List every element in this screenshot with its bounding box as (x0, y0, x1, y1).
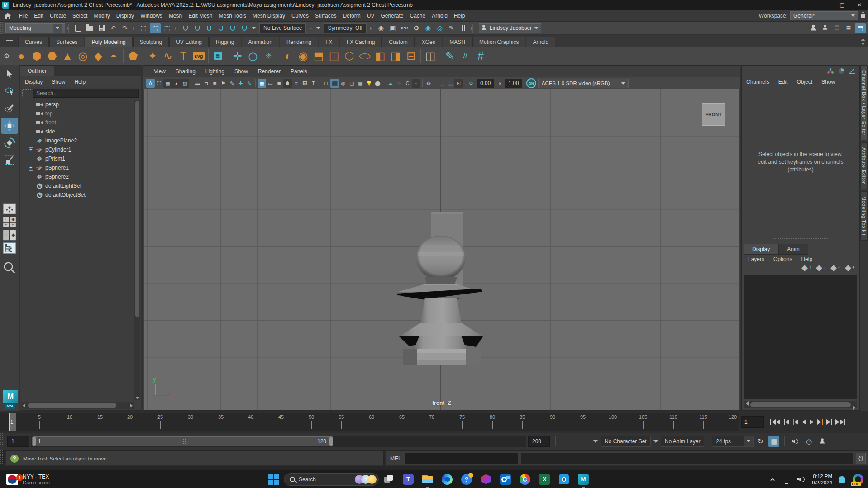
select-hierarchy-button[interactable]: ⬚ (138, 23, 149, 33)
shelf-tab[interactable]: FX (319, 37, 339, 47)
grid-toggle-icon[interactable]: ▦ (258, 79, 266, 88)
menu-item[interactable]: Deform (339, 10, 363, 22)
play-backwards-button[interactable] (802, 418, 806, 426)
shelf-tab[interactable]: Surfaces (49, 37, 84, 47)
viewport-canvas[interactable]: FRONT y x z front -Z (144, 89, 739, 410)
snap-grid-button[interactable] (180, 23, 191, 33)
move-layer-down-icon[interactable]: ↓ (816, 265, 826, 272)
gate-mask-icon[interactable]: ◕ (172, 79, 181, 88)
taskbar-app-maya[interactable]: M (577, 474, 589, 485)
step-forward-frame-button[interactable] (826, 418, 832, 426)
outliner-item[interactable]: side (20, 127, 134, 136)
outliner-menu-item[interactable]: Display (20, 79, 47, 85)
workspace-select[interactable]: General* (790, 11, 858, 20)
taskbar-app-edge[interactable] (441, 474, 453, 485)
bridge[interactable]: ⊟ (403, 48, 419, 64)
minimize-button[interactable]: – (816, 0, 834, 10)
taskbar-app-chrome[interactable] (519, 474, 531, 485)
new-empty-layer-icon[interactable]: + (830, 265, 840, 272)
menu-item[interactable]: Arnold (429, 10, 451, 22)
redo-button[interactable]: ↷ (119, 23, 130, 33)
menu-item[interactable]: Generate (377, 10, 406, 22)
taskbar-app-microsoft-365[interactable] (480, 474, 492, 485)
menu-item[interactable]: Windows (137, 10, 166, 22)
open-scene-button[interactable] (84, 23, 95, 33)
menu-item[interactable]: Surfaces (312, 10, 339, 22)
chevron-down-icon[interactable] (653, 440, 658, 443)
symmetry-field[interactable]: Symmetry: Off (324, 23, 366, 33)
shelf-tab[interactable]: XGen (415, 37, 443, 47)
sep[interactable] (123, 49, 124, 63)
taskbar-app-teams[interactable]: T (402, 474, 414, 485)
menu-item[interactable]: Curves (288, 10, 312, 22)
taskbar-search[interactable]: Search (284, 473, 379, 486)
lookdev-button[interactable]: ◎ (434, 23, 445, 33)
layer-list[interactable] (744, 275, 857, 399)
move-layer-up-icon[interactable]: ↑ (801, 265, 811, 272)
menu-item[interactable]: Select (69, 10, 91, 22)
gamma-field[interactable]: 1.00 (505, 79, 522, 88)
shelf-tab[interactable]: Custom (382, 37, 414, 47)
channel-box-menu-item[interactable]: Object (792, 79, 817, 85)
outliner-menu-item[interactable]: Help (70, 79, 90, 85)
poly-plane[interactable]: ◆ (91, 48, 106, 64)
taskbar-app-file-explorer[interactable] (422, 474, 434, 485)
layout-outliner-persp[interactable] (3, 242, 16, 254)
safe-title-icon[interactable]: T (309, 79, 318, 88)
shelf-scroll-down-icon[interactable] (861, 43, 865, 45)
menu-item[interactable]: Display (113, 10, 137, 22)
step-forward-key-button[interactable] (817, 418, 823, 426)
scale-tool[interactable] (1, 152, 18, 168)
viewport-menu-item[interactable]: View (149, 68, 171, 75)
shelf-tab[interactable]: MASH (443, 37, 472, 47)
anim-layers-button[interactable]: ≣ (843, 23, 854, 33)
layer-menu-item[interactable]: Help (796, 254, 817, 264)
outliner-item[interactable]: pSphere2 (20, 172, 134, 181)
exposure-field[interactable]: 0.00 (477, 79, 494, 88)
outliner-tab[interactable]: Outliner (20, 66, 54, 76)
paint-effects-button[interactable]: ✎ (446, 23, 457, 33)
outliner-item[interactable]: pCylinder1 (20, 145, 134, 154)
snap-curve-button[interactable] (192, 23, 203, 33)
menu-item[interactable]: Modify (91, 10, 113, 22)
zero-transform[interactable]: ❊ (261, 48, 276, 64)
go-to-end-button[interactable] (835, 418, 845, 426)
mute-audio-icon[interactable] (790, 436, 801, 447)
shelf-tab[interactable]: UV Editing (169, 37, 209, 47)
go-to-start-button[interactable] (770, 418, 780, 426)
sphere-project[interactable]: ◐ (280, 48, 296, 64)
taskbar-app-get-help[interactable]: ? (461, 474, 472, 485)
anim-prefs-icon[interactable]: ◷ (803, 436, 814, 447)
lighting-icon[interactable]: 💡 (365, 79, 373, 88)
image-plane-front-icon[interactable]: ⿻ (437, 79, 446, 88)
filter-icon[interactable] (22, 89, 31, 97)
user-account-chip[interactable]: Lindsey Jacobser (479, 23, 541, 33)
gate-mask-toggle-icon[interactable]: ⬮ (283, 79, 292, 88)
animation-end-field[interactable]: 200 (528, 436, 550, 447)
tray-chevron-icon[interactable] (772, 476, 775, 483)
poly-cylinder[interactable]: ⬣ (44, 48, 60, 64)
layout-two-pane[interactable]: +◆ (3, 229, 16, 241)
pawn-model[interactable] (144, 89, 739, 410)
panel-divider[interactable] (773, 238, 828, 239)
taskbar-app-task-view[interactable] (383, 474, 395, 485)
menuset-dropdown[interactable]: Modeling (5, 23, 65, 33)
new-layer-selected-icon[interactable]: ● (845, 265, 855, 272)
sep[interactable] (440, 49, 440, 63)
uv-editor[interactable]: ▦ (210, 48, 226, 64)
save-scene-button[interactable] (96, 23, 107, 33)
render-view-button[interactable]: ◉ (376, 23, 386, 33)
render-settings-button[interactable]: ⚙ (411, 23, 422, 33)
gear-icon[interactable]: ⚙ (0, 52, 14, 60)
channel-box-menu-item[interactable]: Show (817, 79, 839, 85)
bevel[interactable]: ◨ (388, 48, 403, 64)
film-gate-icon[interactable]: ▦ (163, 79, 172, 88)
camera-attributes-icon[interactable]: ◙ (210, 79, 219, 88)
snap-plane-button[interactable] (227, 23, 238, 33)
paint-select-tool[interactable] (1, 100, 18, 117)
range-slider-track[interactable]: 1 120 (31, 436, 526, 447)
poly-cube[interactable]: ⬢ (29, 48, 44, 64)
bookmark-icon[interactable]: ⚑ (219, 79, 228, 88)
ipr-render-button[interactable]: IPR (399, 23, 410, 33)
shelf-tab[interactable]: Animation (242, 37, 279, 47)
